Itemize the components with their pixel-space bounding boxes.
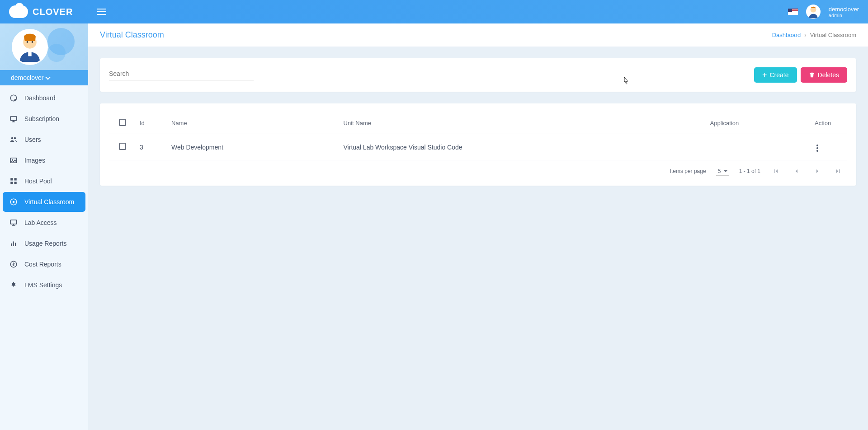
page-title: Virtual Classroom <box>100 30 164 40</box>
nav-label: Dashboard <box>24 94 56 102</box>
user-avatar[interactable] <box>806 5 821 19</box>
svg-point-15 <box>13 201 15 203</box>
user-dropdown[interactable]: democlover <box>0 70 88 85</box>
nav-label: Host Pool <box>24 178 52 185</box>
sidebar-item-images[interactable]: Images <box>3 150 85 170</box>
logo-area: CLOVER <box>9 5 97 18</box>
monitor-icon <box>9 114 18 123</box>
svg-rect-2 <box>28 51 31 56</box>
create-button[interactable]: + Create <box>754 67 797 83</box>
grid-icon <box>9 177 18 186</box>
sidebar: democlover Dashboard Subscription Users … <box>0 23 88 209</box>
user-name: democlover <box>829 6 859 13</box>
col-id: Id <box>136 112 168 134</box>
svg-point-7 <box>14 137 16 140</box>
nav-label: Users <box>24 136 41 143</box>
topbar: CLOVER democlover admin <box>0 0 868 23</box>
search-input[interactable] <box>109 67 254 80</box>
user-role: admin <box>829 13 859 18</box>
nav-label: Images <box>24 157 45 164</box>
sidebar-avatar <box>12 29 48 65</box>
breadcrumb: Dashboard › Virtual Classroom <box>772 32 856 38</box>
sidebar-item-users[interactable]: Users <box>3 130 85 150</box>
breadcrumb-current: Virtual Classroom <box>810 32 856 38</box>
svg-rect-10 <box>10 178 13 180</box>
hamburger-menu-icon[interactable] <box>97 9 106 15</box>
row-checkbox[interactable] <box>119 143 126 150</box>
table-panel: Id Name Unit Name Application Action 3 W… <box>100 103 856 186</box>
svg-point-9 <box>12 159 13 160</box>
last-page-button[interactable] <box>833 166 844 177</box>
gauge-icon <box>9 93 18 103</box>
toolbar-panel: + Create Deletes <box>100 58 856 92</box>
cell-application <box>707 134 811 160</box>
svg-rect-11 <box>14 178 17 180</box>
brand-name: CLOVER <box>33 7 73 17</box>
cell-id: 3 <box>136 134 168 160</box>
nav-label: Subscription <box>24 115 59 122</box>
items-per-page-select[interactable]: 5 <box>716 167 729 176</box>
virtual-icon <box>9 197 18 206</box>
row-actions-menu[interactable] <box>815 143 820 154</box>
user-info[interactable]: democlover admin <box>829 6 859 18</box>
image-icon <box>9 156 18 165</box>
classroom-table: Id Name Unit Name Application Action 3 W… <box>109 112 847 160</box>
sidebar-nav: Dashboard Subscription Users Images Host… <box>0 85 88 209</box>
cell-unit-name: Virtual Lab Workspace Visual Studio Code <box>340 134 707 160</box>
sidebar-item-dashboard[interactable]: Dashboard <box>3 88 85 108</box>
col-unit-name: Unit Name <box>340 112 707 134</box>
user-dropdown-label: democlover <box>11 74 43 81</box>
create-label: Create <box>770 71 789 79</box>
svg-point-3 <box>27 41 28 43</box>
table-row: 3 Web Development Virtual Lab Workspace … <box>109 134 847 160</box>
chevron-down-icon <box>46 75 51 79</box>
sidebar-item-host-pool[interactable]: Host Pool <box>3 171 85 191</box>
topbar-right: democlover admin <box>788 5 859 19</box>
main-content: Virtual Classroom Dashboard › Virtual Cl… <box>88 23 868 209</box>
nav-label: Virtual Classroom <box>24 198 74 206</box>
breadcrumb-dashboard[interactable]: Dashboard <box>772 32 801 38</box>
plus-icon: + <box>762 71 767 79</box>
logo-cloud-icon <box>9 5 28 18</box>
breadcrumb-separator-icon: › <box>804 32 806 38</box>
prev-page-button[interactable] <box>791 166 802 177</box>
items-per-page-label: Items per page <box>670 168 706 174</box>
svg-point-6 <box>11 137 14 140</box>
pagination: Items per page 5 1 - 1 of 1 <box>109 160 847 177</box>
col-application: Application <box>707 112 811 134</box>
trash-icon <box>809 72 815 78</box>
next-page-button[interactable] <box>812 166 823 177</box>
content-area: + Create Deletes Id Name <box>88 47 868 209</box>
deletes-button[interactable]: Deletes <box>801 67 847 83</box>
first-page-button[interactable] <box>770 166 781 177</box>
svg-rect-12 <box>10 182 13 184</box>
deletes-label: Deletes <box>818 71 839 79</box>
users-icon <box>9 135 18 144</box>
cell-name: Web Development <box>168 134 340 160</box>
col-name: Name <box>168 112 340 134</box>
svg-rect-5 <box>10 117 17 121</box>
svg-point-4 <box>32 41 33 43</box>
flag-us-icon[interactable] <box>788 9 798 15</box>
col-action: Action <box>811 112 847 134</box>
sidebar-item-subscription[interactable]: Subscription <box>3 109 85 129</box>
select-all-checkbox[interactable] <box>119 119 126 126</box>
svg-rect-13 <box>14 182 17 184</box>
sidebar-header <box>0 23 88 70</box>
pagination-range: 1 - 1 of 1 <box>739 168 760 174</box>
sidebar-item-virtual-classroom[interactable]: Virtual Classroom <box>3 192 85 209</box>
page-header: Virtual Classroom Dashboard › Virtual Cl… <box>88 23 868 47</box>
